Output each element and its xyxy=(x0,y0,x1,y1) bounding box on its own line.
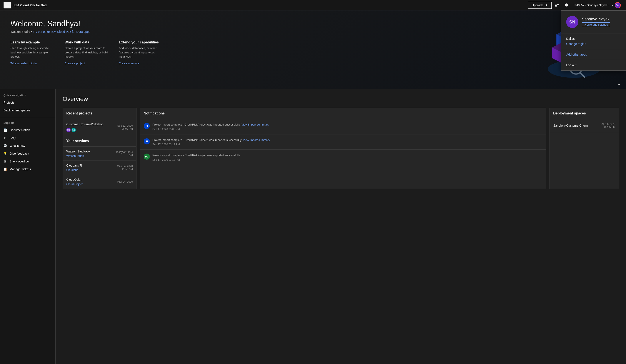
catalog-icon xyxy=(555,3,559,7)
create-service-link[interactable]: Create a service xyxy=(119,62,140,65)
notifications-header: Notifications xyxy=(140,108,546,119)
recent-projects-body: Customer-Churn-Workshop SN LB Sep 11, 20… xyxy=(63,119,136,136)
upgrade-label: Upgrade xyxy=(532,3,544,7)
hamburger-menu-button[interactable] xyxy=(3,2,11,8)
notif-text-1: Project import complete - CreditRiskProj… xyxy=(152,138,271,142)
hero-card-work-desc: Create a project for your team to prepar… xyxy=(65,46,108,59)
user-dropdown-menu: SN Sandhya Nayak Profile and settings Da… xyxy=(561,10,626,71)
user-avatar-large: SN xyxy=(566,16,578,28)
chevron-down-icon: ▾ xyxy=(612,4,613,6)
user-avatar-small: SN xyxy=(615,2,621,8)
create-project-link[interactable]: Create a project xyxy=(65,62,85,65)
projects-services-panel: Recent projects Customer-Churn-Workshop … xyxy=(63,108,137,189)
add-other-apps-link[interactable]: Add other apps xyxy=(566,53,621,56)
deploy-name-0: Sandhya-CustomerChurn xyxy=(553,124,588,127)
hero-section: Welcome, Sandhya! Watson Studio • Try ou… xyxy=(0,10,626,89)
service-info-1: Cloudant-7l Cloudant xyxy=(66,164,82,172)
sidebar-item-faq[interactable]: ⊙ FAQ xyxy=(0,134,55,142)
collapse-hero-button[interactable]: ▲ xyxy=(617,82,621,86)
logout-link[interactable]: Log out xyxy=(566,63,621,67)
sidebar-item-documentation[interactable]: 📄 Documentation xyxy=(0,126,55,134)
notif-text-2: Project export complete - CreditRiskProj… xyxy=(152,153,241,157)
hero-card-work: Work with data Create a project for your… xyxy=(65,40,108,65)
hero-card-work-title: Work with data xyxy=(65,40,108,44)
profile-info: Sandhya Nayak Profile and settings xyxy=(582,17,610,27)
service-date-1: May 04, 2020 11:56 AM xyxy=(117,165,133,171)
change-region-link[interactable]: Change region xyxy=(566,42,621,46)
sidebar-item-deployment-label: Deployment spaces xyxy=(3,109,30,112)
sidebar-item-documentation-label: Documentation xyxy=(9,128,30,132)
service-link-1[interactable]: Cloudant xyxy=(66,168,78,172)
notif-avatar-1: PI xyxy=(144,138,150,145)
region-label: Dallas xyxy=(566,37,621,40)
service-info-0: Watson Studio-ok Watson Studio xyxy=(66,150,90,157)
sidebar-item-feedback[interactable]: 💡 Give feedback xyxy=(0,150,55,157)
hero-card-extend-desc: Add tools, databases, or other features … xyxy=(119,46,162,59)
upgrade-button[interactable]: Upgrade ★ xyxy=(528,2,552,9)
account-menu-button[interactable]: 1943357 - Sandhya Nayak'... ▾ SN xyxy=(572,1,623,9)
service-date-2: May 04, 2020 xyxy=(117,180,133,183)
dropdown-apps-section: Add other apps xyxy=(561,49,626,60)
deploy-date-0: Sep 11, 2020 05:35 PM xyxy=(600,122,615,129)
deployment-spaces-title: Deployment spaces xyxy=(553,111,615,115)
project-date-0: Sep 11, 2020 06:02 PM xyxy=(117,124,133,130)
hero-subtitle-text: Watson Studio • xyxy=(10,30,33,34)
profile-settings-link[interactable]: Profile and settings xyxy=(582,22,610,27)
notif-avatar-0: PI xyxy=(144,123,150,129)
project-avatars-0: SN LB xyxy=(66,128,103,132)
notif-date-0: Sep 17, 2020 05:06 PM xyxy=(152,128,269,131)
whats-new-icon: 💬 xyxy=(3,144,7,147)
services-header: Your services xyxy=(63,136,136,146)
notifications-body: PI Project import complete - CreditRiskP… xyxy=(140,119,546,165)
guided-tutorial-link[interactable]: Take a guided tutorial xyxy=(10,62,37,65)
support-label: Support xyxy=(0,121,55,126)
notif-content-1: Project import complete - CreditRiskProj… xyxy=(152,138,271,146)
hero-card-learn-desc: Step through solving a specific business… xyxy=(10,46,54,59)
sidebar-item-deployment-spaces[interactable]: Deployment spaces xyxy=(0,107,55,114)
sidebar-item-stack-overflow[interactable]: ⊞ Stack overflow xyxy=(0,157,55,165)
service-link-0[interactable]: Watson Studio xyxy=(66,154,84,157)
service-name-2: CloudObj... xyxy=(66,178,85,181)
notif-text-0: Project import complete - CreditRiskProj… xyxy=(152,122,269,127)
deploy-item-0: Sandhya-CustomerChurn Sep 11, 2020 05:35… xyxy=(550,119,619,132)
sidebar-item-manage-tickets[interactable]: 📋 Manage Tickets xyxy=(0,165,55,173)
hero-greeting: Welcome, Sandhya! xyxy=(10,19,162,28)
hero-subtitle: Watson Studio • Try out other IBM Cloud … xyxy=(10,30,162,34)
sidebar-item-whats-new[interactable]: 💬 What's new xyxy=(0,142,55,150)
sidebar-item-projects[interactable]: Projects xyxy=(0,99,55,107)
services-title: Your services xyxy=(66,139,133,143)
notifications-icon-button[interactable] xyxy=(562,1,571,9)
try-other-apps-link[interactable]: Try out other IBM Cloud Pak for Data app… xyxy=(33,30,90,34)
project-avatar-lb: LB xyxy=(72,128,76,132)
main-layout: Quick navigation Projects Deployment spa… xyxy=(0,89,626,364)
overview-title: Overview xyxy=(63,96,619,103)
notif-date-1: Sep 17, 2020 03:17 PM xyxy=(152,143,271,146)
notif-link-1[interactable]: View import summary. xyxy=(243,138,271,142)
notif-avatar-2: PE xyxy=(144,153,150,160)
project-avatar-sn: SN xyxy=(66,128,71,132)
user-full-name: Sandhya Nayak xyxy=(582,17,610,22)
catalog-icon-button[interactable] xyxy=(552,1,561,9)
sidebar-item-stack-overflow-label: Stack overflow xyxy=(9,160,29,163)
service-name-1: Cloudant-7l xyxy=(66,164,82,167)
hero-card-extend: Extend your capabilities Add tools, data… xyxy=(119,40,162,65)
brand-logo: IBM Cloud Pak for Data xyxy=(13,3,47,7)
service-item-1: Cloudant-7l Cloudant May 04, 2020 11:56 … xyxy=(63,161,136,175)
hero-card-extend-title: Extend your capabilities xyxy=(119,40,162,44)
service-item-2: CloudObj... Cloud Object... May 04, 2020 xyxy=(63,175,136,189)
quick-nav-label: Quick navigation xyxy=(0,94,55,99)
tickets-icon: 📋 xyxy=(3,167,7,171)
services-body: Watson Studio-ok Watson Studio Today at … xyxy=(63,146,136,189)
hero-cards: Learn by example Step through solving a … xyxy=(10,40,162,65)
dropdown-region-section: Dallas Change region xyxy=(561,34,626,49)
deployment-spaces-header: Deployment spaces xyxy=(550,108,619,119)
service-item-0: Watson Studio-ok Watson Studio Today at … xyxy=(63,146,136,161)
service-link-2[interactable]: Cloud Object... xyxy=(66,182,85,186)
service-info-2: CloudObj... Cloud Object... xyxy=(66,178,85,186)
dropdown-profile-section: SN Sandhya Nayak Profile and settings xyxy=(561,11,626,34)
dropdown-logout-section: Log out xyxy=(561,60,626,70)
deployment-spaces-panel: Deployment spaces Sandhya-CustomerChurn … xyxy=(549,108,619,189)
panels-row: Recent projects Customer-Churn-Workshop … xyxy=(63,108,619,189)
hero-card-learn-title: Learn by example xyxy=(10,40,54,44)
notif-link-0[interactable]: View import summary. xyxy=(241,123,269,126)
